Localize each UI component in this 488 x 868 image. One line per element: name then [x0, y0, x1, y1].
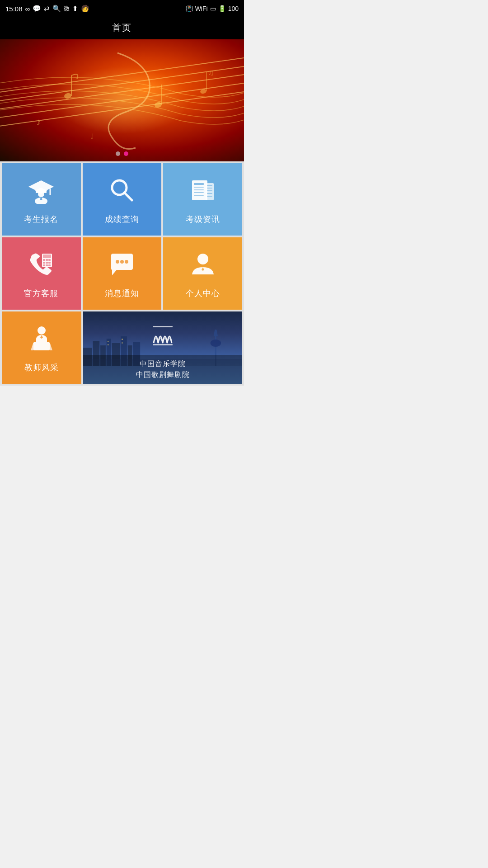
- svg-rect-22: [194, 187, 204, 188]
- message-bubble-icon: [108, 251, 136, 282]
- svg-rect-35: [48, 259, 51, 261]
- svg-rect-28: [207, 190, 212, 191]
- upload-icon: ⬆: [72, 5, 78, 13]
- svg-point-43: [120, 260, 124, 264]
- dot-1[interactable]: [116, 151, 120, 156]
- status-right: 📳 WiFi ▭ 🔋 100: [185, 5, 239, 12]
- institution-banner[interactable]: 中国音乐学院 中国歌剧舞剧院: [83, 311, 242, 384]
- svg-rect-27: [207, 188, 212, 189]
- institution-text-overlay: 中国音乐学院 中国歌剧舞剧院: [83, 355, 242, 384]
- svg-marker-65: [213, 330, 218, 336]
- phone-icon: [28, 251, 55, 282]
- institution-name-1: 中国音乐学院: [88, 359, 238, 369]
- menu-item-geren-zhongxin[interactable]: 个人中心: [163, 237, 242, 310]
- time-display: 15:08: [5, 5, 23, 13]
- svg-rect-38: [48, 262, 51, 264]
- page-header: 首页: [0, 17, 244, 39]
- message-icon: 💬: [33, 5, 41, 13]
- status-bar: 15:08 ∞ 💬 ⇄ 🔍 微 ⬆ 🧑 📳 WiFi ▭ 🔋 100: [0, 0, 244, 17]
- svg-rect-23: [194, 189, 204, 190]
- battery-icon: 🔋: [218, 5, 226, 12]
- institution-name-2: 中国歌剧舞剧院: [88, 369, 238, 380]
- menu-label-chengji: 成绩查询: [105, 214, 139, 225]
- menu-item-kaosheng-baoming[interactable]: 考生报名: [2, 163, 81, 236]
- svg-text:♩: ♩: [90, 132, 94, 140]
- menu-label-kefu: 官方客服: [24, 288, 58, 299]
- usb-icon: ⇄: [44, 5, 50, 13]
- svg-rect-39: [43, 264, 45, 266]
- menu-label-xiaoxi: 消息通知: [105, 288, 139, 299]
- svg-point-2: [200, 88, 207, 94]
- svg-rect-24: [194, 192, 204, 193]
- svg-text:♫: ♫: [208, 68, 214, 77]
- menu-label-geren: 个人中心: [186, 288, 220, 299]
- institution-logo: [145, 318, 181, 354]
- svg-rect-41: [48, 264, 51, 266]
- svg-point-44: [125, 260, 128, 264]
- carousel-dots: [116, 151, 128, 156]
- svg-rect-69: [153, 344, 173, 345]
- banner-carousel[interactable]: ♪ ♫ ♩: [0, 39, 244, 161]
- weibo-icon: 微: [64, 5, 70, 13]
- svg-rect-34: [46, 259, 48, 261]
- svg-point-47: [38, 326, 46, 335]
- svg-rect-60: [108, 341, 109, 342]
- svg-rect-61: [108, 344, 109, 345]
- svg-rect-26: [207, 185, 212, 186]
- svg-text:♪: ♪: [36, 116, 41, 127]
- vibrate-icon: 📳: [185, 5, 193, 12]
- menu-item-guanfang-kefu[interactable]: 官方客服: [2, 237, 81, 310]
- teacher-podium-icon: [28, 325, 55, 356]
- svg-rect-30: [207, 196, 212, 197]
- search-status-icon: 🔍: [52, 5, 61, 13]
- menu-item-kaoji-zixun[interactable]: 考级资讯: [163, 163, 242, 236]
- person-icon: 🧑: [81, 5, 89, 13]
- search-magnifier-icon: [108, 177, 136, 208]
- svg-rect-33: [43, 259, 45, 261]
- dot-2[interactable]: [124, 151, 128, 156]
- bottom-row: 教师风采: [0, 311, 244, 386]
- person-center-icon: [189, 251, 216, 282]
- svg-point-42: [116, 260, 119, 264]
- svg-point-45: [197, 254, 208, 264]
- status-left: 15:08 ∞ 💬 ⇄ 🔍 微 ⬆ 🧑: [5, 5, 89, 13]
- battery-level: 100: [228, 5, 239, 12]
- svg-rect-21: [194, 183, 204, 185]
- svg-rect-36: [43, 262, 45, 264]
- news-icon: [189, 177, 216, 208]
- menu-label-jiaoshi: 教师风采: [24, 362, 59, 373]
- svg-line-18: [124, 193, 132, 200]
- svg-rect-37: [46, 262, 48, 264]
- menu-item-chengji-chaxun[interactable]: 成绩查询: [83, 163, 162, 236]
- svg-rect-40: [46, 264, 48, 266]
- svg-point-66: [211, 340, 221, 347]
- page-title: 首页: [112, 23, 132, 33]
- svg-rect-68: [153, 326, 173, 327]
- screen-icon: ▭: [210, 5, 216, 12]
- menu-item-xiaoxi-tongzhi[interactable]: 消息通知: [83, 237, 162, 310]
- menu-label-kaosheng: 考生报名: [24, 214, 58, 225]
- svg-rect-62: [122, 339, 123, 340]
- svg-rect-49: [33, 342, 50, 350]
- menu-grid: 考生报名 成绩查询: [0, 161, 244, 311]
- svg-rect-63: [122, 342, 123, 344]
- svg-marker-50: [31, 342, 33, 350]
- svg-rect-29: [207, 193, 212, 194]
- banner-glow: [54, 66, 190, 134]
- graduation-icon: [28, 177, 55, 208]
- svg-marker-51: [50, 342, 52, 350]
- infinity-icon: ∞: [25, 5, 30, 13]
- svg-rect-25: [194, 195, 204, 196]
- menu-item-jiaoshi-fengcai[interactable]: 教师风采: [2, 311, 81, 384]
- wifi-icon: WiFi: [195, 5, 208, 12]
- menu-label-kaoji: 考级资讯: [186, 214, 220, 225]
- svg-rect-32: [43, 255, 51, 258]
